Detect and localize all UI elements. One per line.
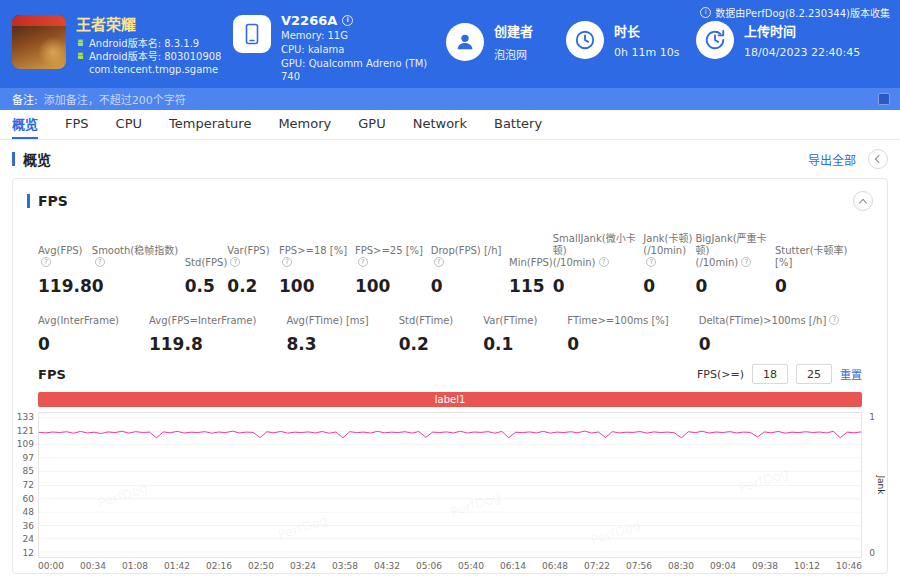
device-name: V2266A [281, 13, 337, 28]
collapse-up-button[interactable] [853, 191, 873, 211]
metric: Std(FPS) 0.5 [185, 233, 228, 296]
info-icon[interactable] [741, 257, 751, 267]
right-tick-label: 1 [869, 412, 875, 422]
metric-value: 0.1 [483, 334, 537, 354]
x-tick-label: 09:04 [710, 561, 736, 571]
x-tick-label: 05:40 [458, 561, 484, 571]
tab[interactable]: Memory [278, 110, 331, 139]
info-icon[interactable] [230, 257, 240, 267]
section-accent-bar [12, 152, 15, 166]
reset-button[interactable]: 重置 [840, 366, 862, 382]
y-tick-label: 121 [12, 426, 34, 436]
metric: Stutter(卡顿率) [%] 0 [775, 233, 862, 296]
x-tick-label: 01:42 [164, 561, 190, 571]
metric-value: 0 [643, 276, 695, 296]
upload-time-value: 18/04/2023 22:40:45 [744, 46, 860, 59]
duration-info: 时长 0h 11m 10s [566, 13, 696, 59]
phone-icon [233, 15, 271, 53]
metric-value: 0 [775, 276, 862, 296]
info-icon[interactable] [342, 15, 353, 26]
x-tick-label: 04:32 [374, 561, 400, 571]
fps-chart-zone: label1 1331211099785726048362412 PerfDog… [38, 392, 862, 574]
info-icon[interactable] [434, 257, 444, 267]
x-tick-label: 06:14 [500, 561, 526, 571]
x-tick-label: 00:00 [38, 561, 64, 571]
note-bar[interactable]: 备注: 添加备注，不超过200个字符 [0, 88, 900, 110]
metric: Avg(FTime) [ms] 8.3 [286, 304, 368, 354]
right-axis-title: Jank [876, 475, 886, 494]
tab[interactable]: CPU [116, 110, 142, 139]
x-tick-label: 06:48 [542, 561, 568, 571]
metric-value: 0 [553, 276, 644, 296]
info-icon[interactable] [282, 257, 292, 267]
metric: Std(FTime) 0.2 [399, 304, 453, 354]
export-all-link[interactable]: 导出全部 [808, 151, 856, 168]
x-tick-label: 07:56 [626, 561, 652, 571]
x-tick-label: 03:24 [290, 561, 316, 571]
overview-section-head: 概览 导出全部 [0, 140, 900, 178]
metric: SmallJank(微小卡顿) (/10min) 0 [553, 233, 644, 296]
device-gpu: GPU: Qualcomm Adreno (TM) 740 [281, 57, 446, 83]
metric: Var(FTime) 0.1 [483, 304, 537, 354]
app-info: 王者荣耀 Android版本名: 8.3.1.9 Android版本号: 803… [0, 13, 233, 76]
x-tick-label: 08:30 [668, 561, 694, 571]
fps-metrics-row1: Avg(FPS) 119.8 Smooth(稳帧指数) 0 Std(FPS) 0… [13, 233, 887, 296]
tab[interactable]: 概览 [12, 110, 38, 139]
info-icon[interactable] [829, 315, 839, 325]
fps-threshold-low-input[interactable] [752, 364, 788, 384]
fps-threshold-high-input[interactable] [796, 364, 832, 384]
duration-value: 0h 11m 10s [614, 46, 679, 59]
metric: Avg(InterFrame) 0 [38, 304, 119, 354]
metric: Delta(FTime)>100ms [/h] 0 [699, 304, 840, 354]
chart-title: FPS [38, 367, 66, 382]
x-tick-label: 10:46 [836, 561, 862, 571]
fps-metrics-row2: Avg(InterFrame) 0 Avg(FPS=InterFrame) 11… [13, 304, 887, 354]
info-icon[interactable] [95, 257, 105, 267]
metric: Jank(卡顿) (/10min) 0 [643, 233, 695, 296]
metric-value: 0 [695, 276, 775, 296]
tab[interactable]: Network [413, 110, 467, 139]
app-title: 王者荣耀 [76, 13, 221, 34]
header: 数据由PerfDog(8.2.230344)版本收集 王者荣耀 Android版… [0, 0, 900, 88]
tab[interactable]: Temperature [169, 110, 251, 139]
metric-value: 119.8 [38, 276, 92, 296]
metric: Min(FPS) 115 [509, 233, 553, 296]
device-cpu: CPU: kalama [281, 43, 446, 56]
x-tick-label: 10:12 [794, 561, 820, 571]
note-label: 备注: [12, 91, 38, 107]
info-icon[interactable] [358, 257, 368, 267]
fps-card: FPS Avg(FPS) 119.8 Smooth(稳帧指数) 0 Std(FP… [12, 178, 888, 574]
metric: Drop(FPS) [/h] 0 [431, 233, 509, 296]
x-tick-label: 07:22 [584, 561, 610, 571]
chevron-up-icon [859, 198, 867, 206]
y-tick-label: 133 [12, 412, 34, 422]
metric: FPS>=25 [%] 100 [355, 233, 431, 296]
android-icon [76, 50, 85, 63]
note-placeholder: 添加备注，不超过200个字符 [44, 91, 186, 107]
metric-value: 0.2 [227, 276, 279, 296]
x-axis: 00:0000:3401:0801:4202:1602:5003:2403:58… [38, 561, 862, 571]
creator-info: 创建者 泡泡网 [446, 13, 566, 62]
collapse-left-button[interactable] [868, 149, 888, 169]
chevron-left-icon [875, 155, 883, 163]
note-emoji-icon[interactable] [878, 93, 890, 105]
metric-value: 0 [699, 334, 840, 354]
metric-value: 0 [431, 276, 509, 296]
overview-title: 概览 [23, 149, 51, 169]
x-tick-label: 09:38 [752, 561, 778, 571]
tab[interactable]: Battery [494, 110, 542, 139]
fps-chart-plot[interactable]: PerfDog PerfDog PerfDog PerfDog PerfDog [38, 412, 862, 558]
info-icon[interactable] [599, 257, 609, 267]
metric: FPS>=18 [%] 100 [279, 233, 355, 296]
tab[interactable]: GPU [358, 110, 385, 139]
metric-value: 100 [355, 276, 431, 296]
chart-banner: label1 [38, 392, 862, 407]
info-icon[interactable] [646, 257, 656, 267]
metric-value: 0.2 [399, 334, 453, 354]
tab[interactable]: FPS [65, 110, 89, 139]
upload-clock-icon [696, 21, 734, 59]
metric-value: 0 [38, 334, 119, 354]
info-icon[interactable] [41, 257, 51, 267]
metric-value: 0.5 [185, 276, 228, 296]
section-accent-bar [27, 194, 30, 208]
